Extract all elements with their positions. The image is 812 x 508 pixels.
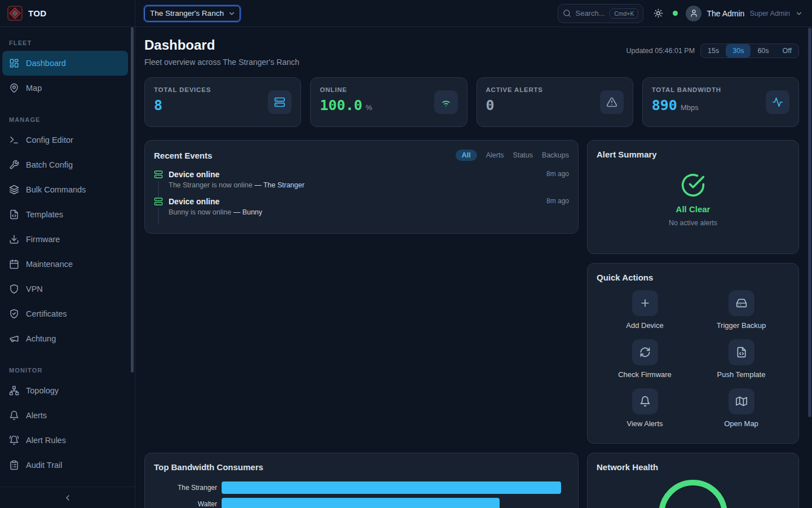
event-filter-backups[interactable]: Backups	[542, 151, 569, 159]
recent-events-card: Recent Events AllAlertsStatusBackups Dev…	[144, 140, 579, 234]
quick-action-label: View Alerts	[626, 419, 663, 428]
event-filter-status[interactable]: Status	[513, 151, 533, 159]
sidebar-item-audit-trail[interactable]: Audit Trail	[2, 453, 128, 478]
sidebar-item-templates[interactable]: Templates	[2, 202, 128, 227]
right-column: Alert Summary All Clear No active alerts…	[587, 140, 799, 444]
refresh-interval-segmented: 15s30s60sOff	[700, 43, 799, 58]
event-title: Device online	[169, 197, 219, 206]
alert-summary-body: All Clear No active alerts	[597, 173, 789, 227]
sidebar-item-label: Alert Rules	[26, 436, 66, 445]
network-health-title: Network Health	[597, 462, 789, 472]
chevron-left-icon	[63, 493, 72, 502]
sidebar-section-monitor: MONITORTopologyAlertsAlert RulesAudit Tr…	[0, 362, 135, 487]
stat-icon-tile	[766, 90, 789, 114]
sidebar-section-fleet: FLEETDashboardMap	[0, 35, 135, 100]
bar-label: Walter	[154, 500, 217, 508]
activity-icon	[772, 97, 783, 108]
megaphone-icon	[9, 334, 19, 344]
avatar	[686, 6, 701, 21]
clipboard-icon	[9, 460, 19, 470]
check-circle-icon	[681, 173, 705, 198]
quick-action-tile	[729, 388, 754, 414]
quick-action-view-alerts[interactable]: View Alerts	[597, 388, 693, 428]
sidebar-section-label: MONITOR	[0, 362, 135, 378]
server-icon	[154, 170, 163, 179]
quick-action-open-map[interactable]: Open Map	[693, 388, 789, 428]
sidebar-item-alerts[interactable]: Alerts	[2, 403, 128, 428]
quick-action-trigger-backup[interactable]: Trigger Backup	[693, 290, 789, 330]
sidebar-item-vpn[interactable]: VPN	[2, 277, 128, 301]
event-row[interactable]: Device online8m agoBunny is now online —…	[154, 197, 569, 224]
sidebar-item-topology[interactable]: Topology	[2, 378, 128, 403]
bandwidth-bars: The StrangerWalter	[154, 481, 569, 508]
search-input[interactable]: Search... Cmd+K	[558, 4, 643, 23]
sidebar-item-config-editor[interactable]: Config Editor	[2, 128, 128, 152]
refresh-controls: Updated 05:46:01 PM 15s30s60sOff	[626, 43, 799, 58]
quick-action-add-device[interactable]: Add Device	[597, 290, 693, 330]
sidebar-item-batch-config[interactable]: Batch Config	[2, 152, 128, 177]
user-menu[interactable]: The Admin Super Admin	[686, 6, 803, 21]
stat-card-active-alerts: ACTIVE ALERTS0	[476, 77, 633, 127]
chevron-down-icon	[795, 10, 803, 17]
quick-action-check-firmware[interactable]: Check Firmware	[597, 339, 693, 379]
sidebar-item-bulk-commands[interactable]: Bulk Commands	[2, 177, 128, 202]
sidebar-item-label: VPN	[26, 284, 43, 294]
sun-icon	[654, 8, 663, 18]
bar-label: The Stranger	[154, 484, 217, 492]
alert-triangle-icon	[606, 97, 617, 108]
event-rail	[154, 170, 163, 197]
event-filter-all[interactable]: All	[456, 150, 477, 161]
sidebar-item-transparency[interactable]: Transparency	[2, 478, 128, 487]
refresh-option-60s[interactable]: 60s	[751, 44, 775, 58]
network-health-gauge: 100	[659, 480, 727, 508]
event-time: 8m ago	[546, 197, 569, 206]
bar-fill[interactable]	[222, 498, 500, 508]
bar-fill[interactable]	[222, 481, 561, 494]
events-list: Device online8m agoThe Stranger is now o…	[154, 170, 569, 224]
chevron-down-icon	[228, 10, 236, 17]
recent-events-header: Recent Events AllAlertsStatusBackups	[154, 150, 569, 161]
refresh-option-30s[interactable]: 30s	[726, 44, 751, 58]
file-code-icon	[9, 209, 19, 220]
sidebar-item-firmware[interactable]: Firmware	[2, 227, 128, 252]
sidebar-item-certificates[interactable]: Certificates	[2, 301, 128, 326]
stat-card-online: ONLINE100.0%	[310, 77, 467, 127]
sidebar-section-label: MANAGE	[0, 112, 135, 128]
sidebar-item-label: Maintenance	[26, 260, 73, 269]
refresh-option-15s[interactable]: 15s	[701, 44, 726, 58]
dashboard-icon	[9, 58, 19, 68]
sidebar-item-maintenance[interactable]: Maintenance	[2, 252, 128, 277]
stat-card-total-bandwidth: TOTAL BANDWIDTH890Mbps	[642, 77, 799, 127]
wrench-icon	[9, 160, 19, 170]
stat-icon-tile	[434, 90, 458, 114]
theme-toggle-button[interactable]	[651, 7, 665, 20]
quick-action-push-template[interactable]: Push Template	[693, 339, 789, 379]
sidebar-item-map[interactable]: Map	[2, 76, 128, 100]
sidebar-item-alert-rules[interactable]: Alert Rules	[2, 428, 128, 453]
refresh-option-off[interactable]: Off	[776, 44, 798, 58]
bell-icon	[639, 396, 651, 407]
event-body: Device online8m agoBunny is now online —…	[169, 197, 569, 224]
shield-check-icon	[9, 309, 19, 319]
event-time: 8m ago	[546, 170, 569, 179]
shield-icon	[9, 284, 19, 294]
sidebar-scrollbar[interactable]	[131, 27, 134, 373]
site-selector[interactable]: The Stranger's Ranch	[144, 6, 240, 21]
search-icon	[563, 9, 571, 17]
sidebar-item-label: Alerts	[26, 411, 47, 420]
event-filter-alerts[interactable]: Alerts	[486, 151, 504, 159]
sidebar-item-dashboard[interactable]: Dashboard	[2, 51, 128, 76]
sidebar-collapse-button[interactable]	[0, 487, 135, 508]
network-health-card: Network Health 100	[587, 453, 799, 508]
event-title: Device online	[169, 170, 219, 179]
page-head: Dashboard Fleet overview across The Stra…	[144, 37, 799, 67]
content-scrollbar[interactable]	[808, 28, 811, 417]
quick-action-tile	[632, 290, 658, 316]
file-code-icon	[736, 347, 747, 358]
sidebar-item-label: Batch Config	[26, 160, 73, 169]
quick-action-tile	[632, 388, 658, 414]
stats-row: TOTAL DEVICES8ONLINE100.0%ACTIVE ALERTS0…	[144, 77, 799, 127]
event-row[interactable]: Device online8m agoThe Stranger is now o…	[154, 170, 569, 197]
sidebar-item-label: Audit Trail	[26, 461, 62, 470]
sidebar-item-achtung[interactable]: Achtung	[2, 326, 128, 351]
